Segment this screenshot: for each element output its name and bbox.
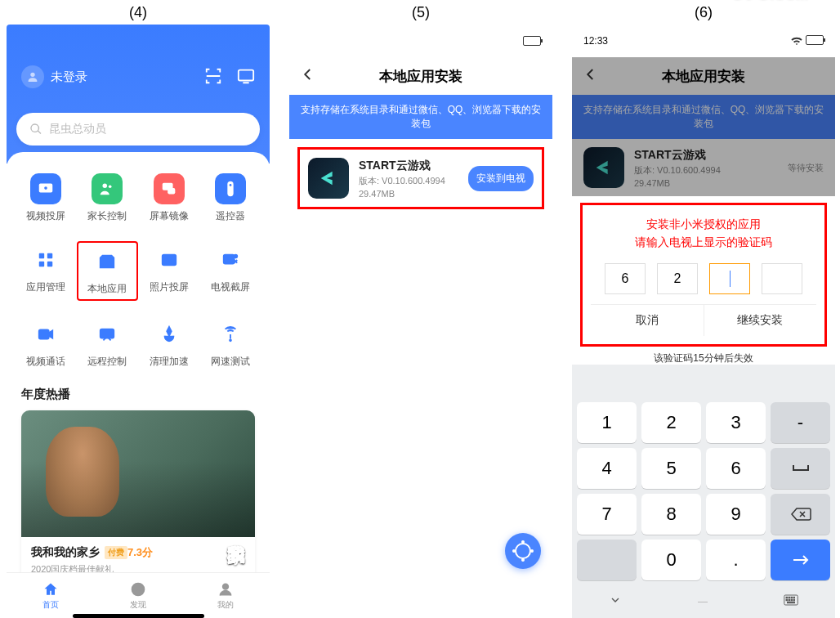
tab-mine[interactable]: 我的	[182, 573, 270, 618]
svg-point-3	[44, 186, 47, 190]
app-row[interactable]: START云游戏 版本: V0.10.600.4994 29.47MB 安装到电…	[297, 147, 544, 209]
grid-label: 照片投屏	[150, 280, 189, 294]
code-digit-3[interactable]	[709, 263, 750, 294]
key-7[interactable]: 7	[577, 494, 637, 535]
grid-speed-test[interactable]: 网速测试	[200, 316, 262, 372]
search-input[interactable]: 昆虫总动员	[16, 113, 260, 146]
grid-remote-control[interactable]: 远程控制	[77, 316, 139, 372]
dialog-title-2: 请输入电视上显示的验证码	[591, 233, 816, 251]
grid-photo-cast[interactable]: 照片投屏	[138, 241, 200, 301]
phone-screen-5: 本地应用安装 支持存储在系统目录和通过微信、QQ、浏览器下载的安装包 START…	[289, 25, 552, 618]
svg-rect-18	[101, 329, 114, 338]
app-icon	[308, 158, 349, 199]
grid-video-call[interactable]: 视频通话	[15, 316, 77, 372]
grid-mirror[interactable]: 屏幕镜像	[138, 170, 200, 226]
pay-tag: 付费	[105, 546, 127, 559]
back-icon[interactable]	[301, 65, 315, 87]
key-0[interactable]: 0	[641, 540, 701, 580]
wifi-icon	[790, 35, 803, 45]
key-2[interactable]: 2	[641, 402, 701, 443]
key-4[interactable]: 4	[577, 448, 637, 489]
app-version: 版本: V0.10.600.4994	[634, 164, 788, 177]
key-empty[interactable]	[577, 540, 637, 580]
status-bar: 12:33	[572, 25, 835, 57]
grid-app-manage[interactable]: 应用管理	[15, 241, 77, 301]
key-backspace[interactable]	[771, 494, 830, 535]
page-title: 本地应用安装	[662, 67, 745, 86]
svg-point-9	[230, 184, 232, 186]
key-minus[interactable]: -	[771, 402, 830, 443]
svg-rect-27	[793, 597, 795, 598]
code-digit-2[interactable]: 2	[657, 263, 698, 294]
key-6[interactable]: 6	[706, 448, 766, 489]
svg-rect-31	[793, 599, 795, 601]
tab-bar: 首页 发现 我的	[7, 572, 270, 618]
tv-icon[interactable]	[237, 67, 255, 89]
system-nav-bar: ⸺	[572, 585, 835, 618]
tab-label: 发现	[130, 599, 146, 611]
svg-rect-12	[39, 262, 44, 266]
key-space[interactable]	[771, 448, 830, 489]
svg-rect-11	[47, 253, 52, 258]
key-3[interactable]: 3	[706, 402, 766, 443]
app-version: 版本: V0.10.600.4994	[359, 175, 468, 187]
app-icon	[583, 147, 624, 188]
tab-label: 首页	[42, 599, 59, 611]
featured-card[interactable]: 我和我的家乡 我和我的家乡 付费 7.3分 2020国庆档最佳献礼	[21, 410, 255, 584]
card-poster: 我和我的家乡	[21, 410, 255, 537]
nav-separator: ⸺	[696, 594, 709, 609]
svg-rect-7	[168, 188, 175, 194]
code-digit-1[interactable]: 6	[605, 263, 646, 294]
watermark-logo: 973.COM游戏网	[731, 0, 832, 3]
grid-local-app[interactable]: 本地应用	[77, 241, 139, 301]
search-placeholder: 昆虫总动员	[49, 122, 106, 137]
nav-ime-switch[interactable]	[784, 594, 798, 609]
key-dot[interactable]: .	[706, 540, 766, 580]
cancel-button[interactable]: 取消	[591, 305, 704, 336]
fab-button[interactable]	[505, 533, 541, 569]
app-size: 29.47MB	[634, 178, 788, 188]
install-button[interactable]: 安装到电视	[468, 166, 534, 191]
scan-icon[interactable]	[204, 67, 222, 89]
svg-rect-25	[789, 597, 790, 598]
svg-rect-1	[239, 70, 253, 81]
grid-tv-screenshot[interactable]: 电视截屏	[200, 241, 262, 301]
svg-rect-26	[791, 597, 793, 598]
tab-home[interactable]: 首页	[7, 573, 94, 618]
page-title: 本地应用安装	[379, 67, 462, 86]
install-status: 等待安装	[788, 162, 824, 174]
verify-dialog: 安装非小米授权的应用 请输入电视上显示的验证码 6 2 取消 继续安装	[580, 203, 827, 347]
key-9[interactable]: 9	[706, 494, 766, 535]
grid-video-cast[interactable]: 视频投屏	[15, 170, 77, 226]
code-digit-4[interactable]	[762, 263, 802, 294]
grid-remote[interactable]: 遥控器	[200, 170, 262, 226]
grid-label: 电视截屏	[211, 280, 250, 294]
card-title: 我和我的家乡	[31, 545, 100, 560]
grid-cleanup[interactable]: 清理加速	[138, 316, 200, 372]
svg-rect-17	[39, 330, 49, 339]
nav-hide-keyboard[interactable]	[609, 593, 622, 610]
svg-rect-30	[791, 599, 793, 601]
svg-rect-15	[224, 255, 235, 264]
phone-screen-6: 12:33 本地应用安装 支持存储在系统目录和通过微信、QQ、浏览器下载的安装包	[572, 25, 835, 618]
step-label-5: (5)	[289, 0, 552, 25]
tab-discover[interactable]: 发现	[94, 573, 181, 618]
svg-rect-28	[786, 599, 788, 601]
grid-label: 家长控制	[87, 209, 127, 223]
grid-label: 远程控制	[87, 355, 127, 369]
app-row: START云游戏 版本: V0.10.600.4994 29.47MB 等待安装	[572, 139, 835, 196]
key-enter[interactable]	[771, 540, 830, 580]
grid-label: 屏幕镜像	[150, 209, 189, 223]
app-name: START云游戏	[634, 148, 788, 163]
svg-point-5	[109, 185, 112, 188]
continue-button[interactable]: 继续安装	[704, 305, 817, 336]
svg-rect-8	[228, 181, 234, 196]
key-1[interactable]: 1	[577, 402, 637, 443]
key-8[interactable]: 8	[641, 494, 701, 535]
key-5[interactable]: 5	[641, 448, 701, 489]
grid-parental[interactable]: 家长控制	[77, 170, 139, 226]
svg-point-21	[136, 588, 139, 590]
avatar-icon	[21, 65, 44, 88]
svg-point-0	[30, 73, 34, 77]
back-icon[interactable]	[583, 65, 598, 87]
